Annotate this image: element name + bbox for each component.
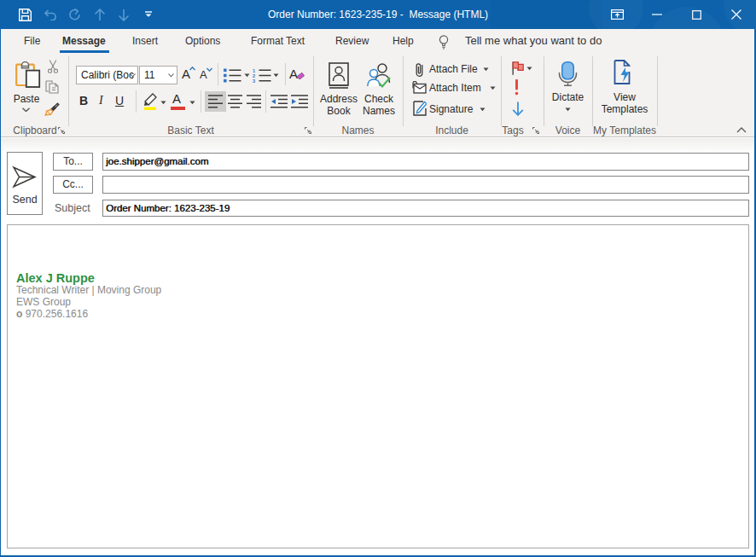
svg-text:3: 3 xyxy=(253,78,255,83)
